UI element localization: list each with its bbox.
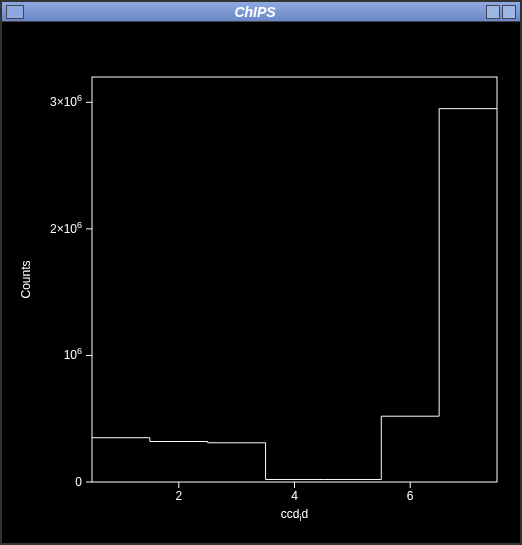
histogram-line: [92, 109, 497, 480]
titlebar[interactable]: ChIPS: [2, 2, 520, 22]
x-axis-label: ccdid: [281, 507, 308, 523]
chart-canvas: 24601062×1063×106ccdidCounts: [2, 22, 520, 543]
y-tick-label: 2×106: [50, 220, 82, 236]
y-tick-label: 3×106: [50, 93, 82, 109]
y-tick-label: 106: [64, 346, 82, 362]
app-window: ChIPS 24601062×1063×106ccdidCounts: [0, 0, 522, 545]
plot-area: 24601062×1063×106ccdidCounts: [2, 22, 520, 543]
axes-box: [92, 77, 497, 482]
maximize-button[interactable]: [502, 5, 516, 19]
x-tick-label: 2: [175, 489, 182, 503]
x-tick-label: 6: [407, 489, 414, 503]
window-buttons: [486, 5, 516, 19]
minimize-button[interactable]: [486, 5, 500, 19]
x-tick-label: 4: [291, 489, 298, 503]
window-title: ChIPS: [24, 4, 486, 20]
window-menu-icon[interactable]: [6, 5, 24, 19]
y-tick-label: 0: [75, 475, 82, 489]
y-axis-label: Counts: [19, 260, 33, 298]
